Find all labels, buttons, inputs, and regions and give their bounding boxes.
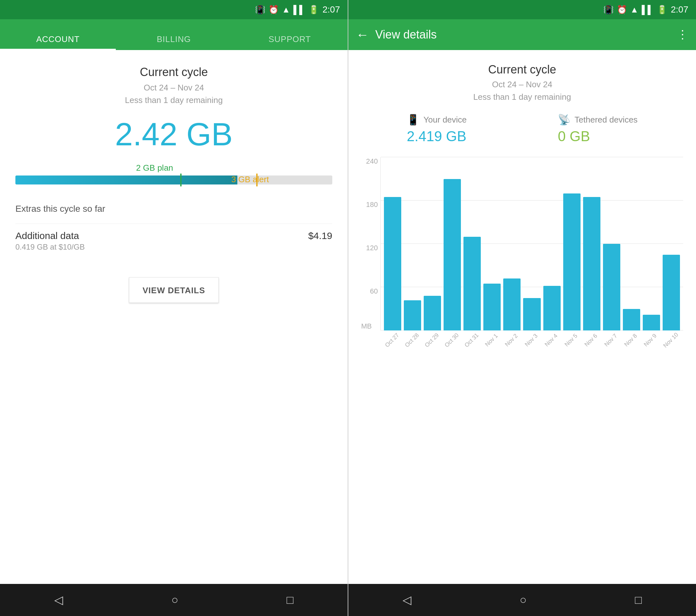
plan-label: 2 GB plan bbox=[0, 163, 313, 173]
x-label-col: Oct 28 bbox=[404, 330, 421, 350]
tab-support[interactable]: SUPPORT bbox=[232, 19, 348, 50]
wifi-icon: ▲ bbox=[282, 5, 290, 15]
right-main-content: Current cycle Oct 24 – Nov 24 Less than … bbox=[348, 50, 696, 584]
device-row: 📱 Your device 2.419 GB 📡 Tethered device… bbox=[361, 114, 683, 144]
bar bbox=[563, 193, 581, 331]
x-label: Nov 10 bbox=[662, 331, 680, 349]
bar bbox=[583, 197, 600, 330]
signal-icon: ▌▌ bbox=[294, 5, 305, 15]
additional-data-sub: 0.419 GB at $10/GB bbox=[15, 242, 85, 252]
y-label: 120 bbox=[361, 244, 380, 252]
progress-bar-container bbox=[15, 175, 332, 185]
bar bbox=[603, 244, 620, 330]
extras-label-block: Additional data 0.419 GB at $10/GB bbox=[15, 230, 85, 252]
additional-data-price: $4.19 bbox=[308, 230, 332, 241]
x-label: Nov 3 bbox=[523, 332, 539, 348]
right-status-bar: 📳 ⏰ ▲ ▌▌ 🔋 2:07 bbox=[348, 0, 696, 19]
right-header: ← View details ⋮ bbox=[348, 19, 696, 50]
bar bbox=[463, 237, 481, 331]
battery-icon: 🔋 bbox=[309, 5, 319, 15]
tethered-usage: 0 GB bbox=[558, 128, 590, 144]
bar-column bbox=[543, 157, 561, 330]
x-label: Nov 2 bbox=[504, 332, 519, 348]
bar-chart: 60120180240 Oct 27Oct 28Oct 29Oct 30Oct … bbox=[361, 157, 683, 350]
progress-area: 2 GB plan 3 GB alert bbox=[15, 163, 332, 185]
vibrate-icon: 📳 bbox=[255, 5, 265, 15]
recent-button[interactable]: □ bbox=[287, 593, 294, 607]
tethered-device-header: 📡 Tethered devices bbox=[558, 114, 638, 126]
bar-column bbox=[424, 157, 441, 330]
left-bottom-nav: ◁ ○ □ bbox=[0, 584, 348, 616]
x-label: Nov 1 bbox=[484, 332, 500, 348]
bar bbox=[663, 255, 680, 330]
your-device-label: Your device bbox=[423, 115, 467, 125]
y-label: 60 bbox=[361, 287, 380, 296]
left-tab-bar: ACCOUNT BILLING SUPPORT bbox=[0, 19, 348, 50]
left-cycle-dates: Oct 24 – Nov 24 bbox=[15, 83, 332, 93]
bar bbox=[384, 197, 401, 330]
x-label: Oct 30 bbox=[444, 332, 460, 348]
x-label: Nov 6 bbox=[583, 332, 599, 348]
bar bbox=[643, 315, 660, 331]
left-status-bar: 📳 ⏰ ▲ ▌▌ 🔋 2:07 bbox=[0, 0, 348, 19]
view-details-button[interactable]: VIEW DETAILS bbox=[129, 277, 219, 303]
bar-column bbox=[623, 157, 640, 330]
r-home-button[interactable]: ○ bbox=[520, 593, 527, 607]
left-status-icons: 📳 ⏰ ▲ ▌▌ 🔋 bbox=[255, 5, 319, 15]
right-time: 2:07 bbox=[671, 4, 689, 15]
x-label: Oct 28 bbox=[404, 332, 421, 348]
right-back-button[interactable]: ← bbox=[356, 28, 369, 42]
right-cycle-remaining: Less than 1 day remaining bbox=[361, 92, 683, 102]
alarm-icon: ⏰ bbox=[268, 5, 279, 15]
bar-column bbox=[523, 157, 540, 330]
tab-billing[interactable]: BILLING bbox=[116, 19, 232, 50]
x-label-col: Nov 10 bbox=[662, 330, 680, 350]
right-section-title: Current cycle bbox=[361, 63, 683, 76]
bar-column bbox=[583, 157, 600, 330]
tethered-label: Tethered devices bbox=[574, 115, 638, 125]
x-label: Oct 27 bbox=[384, 332, 400, 348]
right-bottom-nav: ◁ ○ □ bbox=[348, 584, 696, 616]
right-panel: 📳 ⏰ ▲ ▌▌ 🔋 2:07 ← View details ⋮ Current… bbox=[348, 0, 696, 616]
bar-column bbox=[503, 157, 521, 330]
bar-column bbox=[663, 157, 680, 330]
bar-column bbox=[463, 157, 481, 330]
x-label-col: Nov 1 bbox=[483, 330, 500, 350]
progress-bar-fill bbox=[15, 175, 237, 185]
x-label: Nov 9 bbox=[643, 332, 658, 348]
tether-icon: 📡 bbox=[558, 114, 571, 126]
x-label-col: Oct 31 bbox=[463, 330, 480, 350]
x-label-col: Nov 5 bbox=[562, 330, 580, 350]
bar-column bbox=[444, 157, 461, 330]
extras-row: Additional data 0.419 GB at $10/GB $4.19 bbox=[15, 224, 332, 258]
home-button[interactable]: ○ bbox=[171, 593, 178, 607]
plan-marker bbox=[180, 174, 181, 186]
bar bbox=[483, 284, 501, 330]
back-button[interactable]: ◁ bbox=[54, 593, 63, 607]
bars-wrapper bbox=[381, 157, 683, 330]
chart-y-labels: 60120180240 bbox=[361, 157, 380, 330]
y-label: 240 bbox=[361, 157, 380, 165]
tab-account[interactable]: ACCOUNT bbox=[0, 19, 116, 50]
left-cycle-remaining: Less than 1 day remaining bbox=[15, 95, 332, 105]
r-back-button[interactable]: ◁ bbox=[402, 593, 412, 607]
right-cycle-dates: Oct 24 – Nov 24 bbox=[361, 80, 683, 90]
x-label-col: Nov 9 bbox=[642, 330, 659, 350]
bar-column bbox=[563, 157, 581, 330]
bar bbox=[404, 300, 421, 331]
x-labels: Oct 27Oct 28Oct 29Oct 30Oct 31Nov 1Nov 2… bbox=[380, 330, 683, 350]
x-label: Nov 5 bbox=[563, 332, 579, 348]
bar-column bbox=[384, 157, 401, 330]
right-status-icons: 📳 ⏰ ▲ ▌▌ 🔋 bbox=[603, 5, 667, 15]
x-label-col: Nov 3 bbox=[522, 330, 540, 350]
more-options-icon[interactable]: ⋮ bbox=[677, 28, 688, 42]
left-data-usage: 2.42 GB bbox=[15, 118, 332, 150]
left-panel: 📳 ⏰ ▲ ▌▌ 🔋 2:07 ACCOUNT BILLING SUPPORT … bbox=[0, 0, 348, 616]
left-main-content: Current cycle Oct 24 – Nov 24 Less than … bbox=[0, 50, 348, 584]
r-battery-icon: 🔋 bbox=[657, 5, 667, 15]
x-label-col: Oct 27 bbox=[384, 330, 401, 350]
right-header-title: View details bbox=[375, 28, 670, 42]
phone-icon: 📱 bbox=[407, 114, 420, 126]
bar bbox=[424, 296, 441, 330]
r-recent-button[interactable]: □ bbox=[635, 593, 642, 607]
